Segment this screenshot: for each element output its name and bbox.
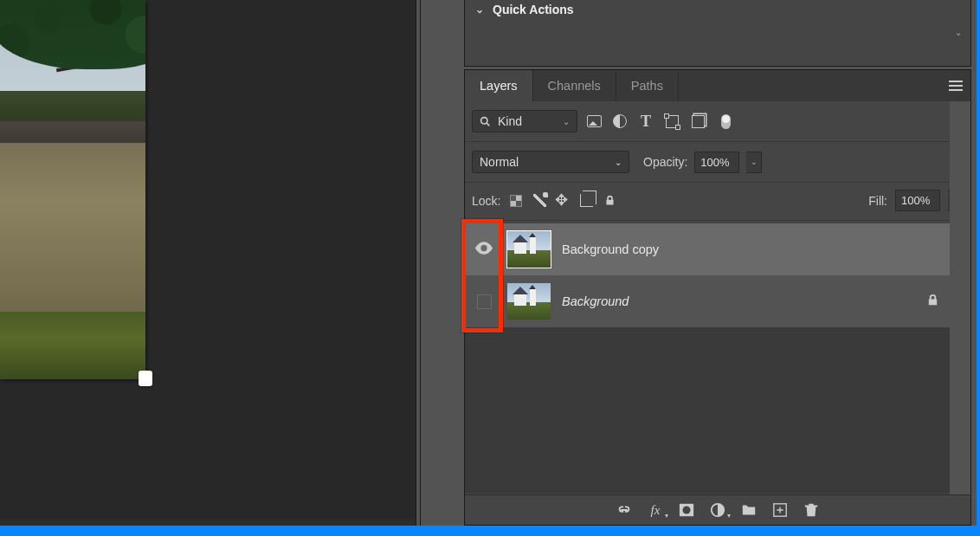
opacity-label: Opacity: (643, 155, 687, 169)
hamburger-icon (949, 85, 963, 87)
quick-actions-header[interactable]: ⌄ Quick Actions (475, 3, 574, 16)
canvas-area[interactable] (0, 0, 416, 520)
visibility-hidden-icon (477, 294, 492, 309)
lock-artboard-icon[interactable] (578, 193, 594, 209)
filter-shape-icon[interactable] (662, 115, 681, 128)
panel-tabs: Layers Channels Paths (465, 70, 970, 101)
search-icon (480, 116, 491, 127)
lock-image-icon[interactable] (532, 193, 547, 209)
layer-lock-icon (926, 294, 939, 309)
new-group-icon[interactable] (741, 502, 757, 518)
svg-line-1 (487, 123, 489, 126)
layers-panel: Layers Channels Paths Kind ⌄ T (464, 69, 971, 526)
link-layers-icon[interactable] (616, 502, 632, 518)
blend-opacity-row: Normal ⌄ Opacity: 100% ⌄ (465, 142, 970, 183)
chevron-down-icon: ⌄ (475, 3, 484, 16)
canvas-resize-handle[interactable] (139, 371, 152, 386)
layer-fx-icon[interactable]: fx▾ (648, 502, 663, 518)
svg-point-0 (481, 117, 487, 123)
layer-visibility-toggle[interactable] (465, 223, 503, 275)
filter-type-icon[interactable]: T (636, 113, 655, 131)
chevron-down-icon: ⌄ (615, 158, 622, 167)
filter-toggle[interactable] (714, 114, 733, 129)
eye-icon (474, 242, 493, 257)
opacity-input[interactable]: 100% (694, 152, 739, 173)
layers-bottom-bar: fx▾ ▾ (465, 494, 970, 525)
blend-mode-select[interactable]: Normal ⌄ (472, 151, 629, 173)
lock-label: Lock: (472, 194, 500, 208)
photo-content (0, 0, 145, 379)
window-border-right (977, 0, 980, 536)
filter-kind-select[interactable]: Kind ⌄ (472, 110, 577, 132)
layer-thumbnail[interactable] (507, 283, 551, 320)
layer-visibility-toggle[interactable] (465, 275, 503, 327)
delete-layer-icon[interactable] (803, 502, 819, 518)
panels-column: ⌄ Quick Actions ⌄ Layers Channels Paths … (416, 0, 977, 526)
layer-filter-row: Kind ⌄ T (465, 101, 970, 142)
layer-thumbnail[interactable] (507, 231, 551, 268)
panel-divider[interactable] (416, 0, 421, 526)
tab-paths[interactable]: Paths (616, 70, 679, 101)
fill-label: Fill: (868, 194, 887, 208)
chevron-down-icon: ⌄ (563, 117, 570, 126)
panel-menu-button[interactable] (941, 70, 970, 101)
fill-input[interactable]: 100% (895, 190, 940, 211)
layer-name[interactable]: Background copy (562, 242, 659, 256)
lock-transparent-icon[interactable] (508, 193, 524, 209)
filter-smartobject-icon[interactable] (688, 115, 707, 128)
svg-point-3 (683, 507, 691, 514)
window-border-bottom (0, 526, 980, 536)
lock-row: Lock: Fill: 100% ⌄ (465, 183, 970, 221)
lock-all-icon[interactable] (602, 193, 617, 209)
tab-channels[interactable]: Channels (533, 70, 616, 101)
layer-row-background[interactable]: Background (465, 275, 950, 327)
filter-adjustment-icon[interactable] (610, 114, 629, 128)
new-adjustment-icon[interactable]: ▾ (710, 502, 725, 518)
add-mask-icon[interactable] (679, 502, 694, 518)
quick-actions-collapse-icon[interactable]: ⌄ (955, 28, 962, 37)
opacity-dropdown[interactable]: ⌄ (746, 152, 762, 173)
layer-list: Background copy Background (465, 223, 950, 494)
tab-layers[interactable]: Layers (465, 70, 533, 101)
filter-pixel-icon[interactable] (584, 115, 603, 127)
quick-actions-panel: ⌄ Quick Actions ⌄ (464, 0, 971, 67)
quick-actions-title: Quick Actions (493, 3, 574, 16)
lock-position-icon[interactable] (555, 193, 571, 209)
layer-name[interactable]: Background (562, 294, 629, 308)
layer-row-background-copy[interactable]: Background copy (465, 223, 950, 275)
document-photo[interactable] (0, 0, 145, 379)
panel-right-gutter (950, 101, 970, 494)
new-layer-icon[interactable] (772, 502, 788, 518)
